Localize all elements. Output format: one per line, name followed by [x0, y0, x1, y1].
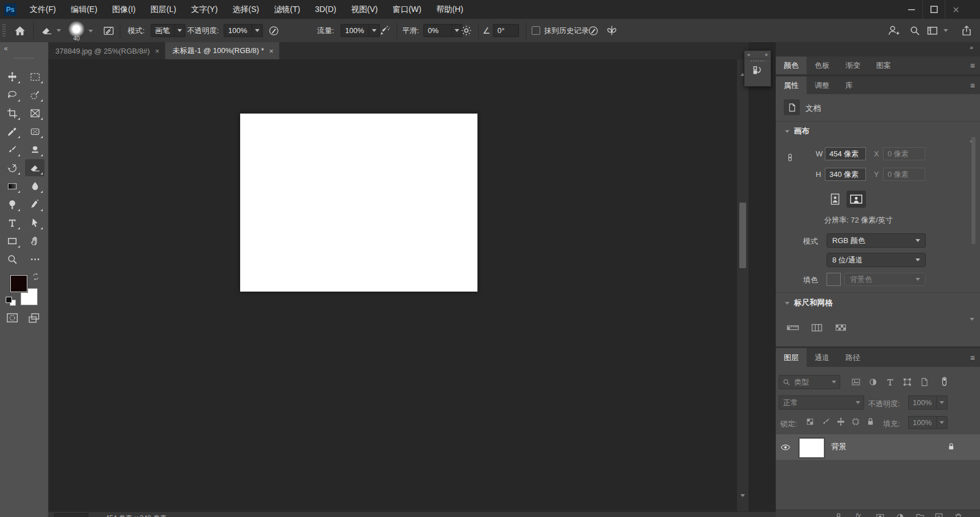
bit-depth-select[interactable]: 8 位/通道	[827, 253, 926, 267]
layer-locked-badge[interactable]	[947, 442, 955, 451]
lock-transparency-button[interactable]	[805, 417, 815, 426]
close-button[interactable]	[945, 0, 967, 19]
orientation-portrait-button[interactable]	[828, 191, 842, 207]
zoom-level-input[interactable]	[54, 513, 88, 517]
tool-clone-stamp[interactable]	[25, 141, 44, 158]
erase-history-checkbox[interactable]	[532, 19, 540, 42]
flow-select[interactable]: 100%	[341, 24, 380, 37]
lock-position-button[interactable]	[836, 417, 845, 426]
link-dimensions-icon[interactable]	[785, 151, 795, 164]
menu-type[interactable]: 文字(Y)	[184, 0, 225, 19]
menu-edit[interactable]: 编辑(E)	[63, 0, 105, 19]
angle-input[interactable]: 0°	[493, 24, 519, 37]
smoothing-select[interactable]: 0%	[423, 24, 463, 37]
document-tab-untitled-1[interactable]: 未标题-1 @ 100%(RGB/8) * ×	[165, 42, 280, 59]
color-mode-select[interactable]: RGB 颜色	[827, 233, 926, 248]
layer-style-button[interactable]: fx	[856, 512, 861, 517]
tool-dodge[interactable]	[2, 196, 22, 213]
tab-swatches[interactable]: 色板	[807, 56, 837, 74]
tool-path-selection[interactable]	[25, 214, 44, 231]
tab-color[interactable]: 颜色	[776, 56, 807, 74]
opacity-select[interactable]: 100%	[224, 24, 263, 37]
scroll-down-icon[interactable]	[740, 497, 745, 507]
tool-preset-button[interactable]	[41, 19, 61, 42]
panel-scrollbar-thumb[interactable]	[971, 137, 975, 244]
tab-gradients[interactable]: 渐变	[837, 56, 868, 74]
layer-thumbnail[interactable]	[799, 438, 825, 458]
menu-3d[interactable]: 3D(D)	[307, 0, 343, 19]
quick-mask-button[interactable]	[5, 312, 19, 324]
collapse-tools-button[interactable]: «	[4, 45, 8, 52]
menu-file[interactable]: 文件(F)	[22, 0, 63, 19]
airbrush-button[interactable]	[379, 19, 391, 42]
tool-healing-patch[interactable]	[25, 123, 44, 140]
menu-image[interactable]: 图像(I)	[105, 0, 143, 19]
close-tab-icon[interactable]: ×	[269, 47, 274, 55]
fill-color-swatch[interactable]	[827, 273, 841, 286]
tool-zoom[interactable]	[2, 251, 22, 268]
layer-visibility-toggle[interactable]	[780, 442, 791, 453]
close-tab-icon[interactable]: ×	[155, 47, 160, 55]
tool-type[interactable]	[2, 214, 22, 231]
maximize-button[interactable]	[922, 0, 945, 19]
scrollbar-thumb[interactable]	[739, 203, 746, 268]
panel-menu-icon[interactable]: ≡	[970, 353, 975, 362]
new-layer-button[interactable]	[934, 512, 943, 517]
panel-scroll-down-icon[interactable]	[970, 321, 974, 331]
canvas-vertical-scrollbar[interactable]	[737, 59, 748, 511]
layer-name[interactable]: 背景	[831, 442, 847, 452]
tab-layers[interactable]: 图层	[776, 348, 807, 367]
collapse-section-icon[interactable]	[785, 302, 789, 305]
panel-grip[interactable]	[750, 60, 765, 63]
menu-help[interactable]: 帮助(H)	[429, 0, 471, 19]
tab-patterns[interactable]: 图案	[868, 56, 899, 74]
new-group-button[interactable]	[916, 512, 925, 517]
minimize-button[interactable]	[901, 0, 922, 19]
toggle-transparency-button[interactable]	[834, 321, 848, 334]
menu-view[interactable]: 视图(V)	[343, 0, 385, 19]
close-panel-icon[interactable]: ×	[765, 52, 768, 58]
smoothing-options-button[interactable]	[461, 19, 472, 42]
panel-menu-icon[interactable]: ≡	[970, 81, 975, 90]
orientation-landscape-button[interactable]	[847, 191, 866, 208]
tool-eyedropper[interactable]	[2, 123, 22, 140]
brush-preset-picker[interactable]: 40	[68, 19, 93, 43]
paint-symmetry-button[interactable]	[606, 19, 618, 42]
tab-channels[interactable]: 通道	[807, 348, 837, 367]
toggle-grid-button[interactable]	[810, 321, 824, 334]
filter-toggle-button[interactable]	[939, 376, 950, 387]
mode-select[interactable]: 画笔	[151, 24, 185, 37]
opacity-pressure-button[interactable]	[268, 19, 280, 42]
link-layers-button[interactable]	[834, 512, 843, 517]
tool-rectangular-marquee[interactable]	[25, 68, 44, 85]
history-panel-button[interactable]	[744, 64, 771, 77]
tab-adjustments[interactable]: 调整	[807, 76, 837, 94]
tab-properties[interactable]: 属性	[776, 76, 807, 94]
tools-grip[interactable]	[14, 57, 34, 60]
tool-hand[interactable]	[25, 232, 44, 249]
tool-more-tools[interactable]	[25, 251, 44, 268]
tab-paths[interactable]: 路径	[837, 348, 868, 367]
screen-mode-button[interactable]	[27, 312, 41, 324]
ruler-grid-section-header[interactable]: 标尺和网格	[794, 298, 833, 308]
tool-brush[interactable]	[2, 141, 22, 158]
size-pressure-button[interactable]	[588, 19, 599, 42]
document-tab-378849[interactable]: 378849.jpg @ 25%(RGB/8#) ×	[48, 42, 165, 59]
menu-window[interactable]: 窗口(W)	[385, 0, 429, 19]
expand-panel-icon[interactable]: »	[747, 52, 750, 58]
canvas-width-input[interactable]: 454 像素	[825, 147, 866, 160]
home-button[interactable]	[14, 19, 26, 42]
new-adjustment-layer-button[interactable]	[896, 512, 905, 517]
add-mask-button[interactable]	[876, 512, 885, 517]
lock-artboard-button[interactable]	[851, 417, 860, 426]
tool-blur[interactable]	[25, 177, 44, 195]
options-grip[interactable]	[2, 23, 6, 38]
tool-move[interactable]	[2, 68, 22, 85]
collapse-section-icon[interactable]	[785, 130, 789, 133]
menu-filter[interactable]: 滤镜(T)	[266, 0, 307, 19]
tool-gradient[interactable]	[2, 177, 22, 195]
search-button[interactable]	[909, 19, 920, 42]
collapse-dock-button[interactable]: »	[970, 44, 973, 51]
panel-menu-icon[interactable]: ≡	[970, 61, 975, 70]
canvas-section-header[interactable]: 画布	[794, 126, 809, 136]
